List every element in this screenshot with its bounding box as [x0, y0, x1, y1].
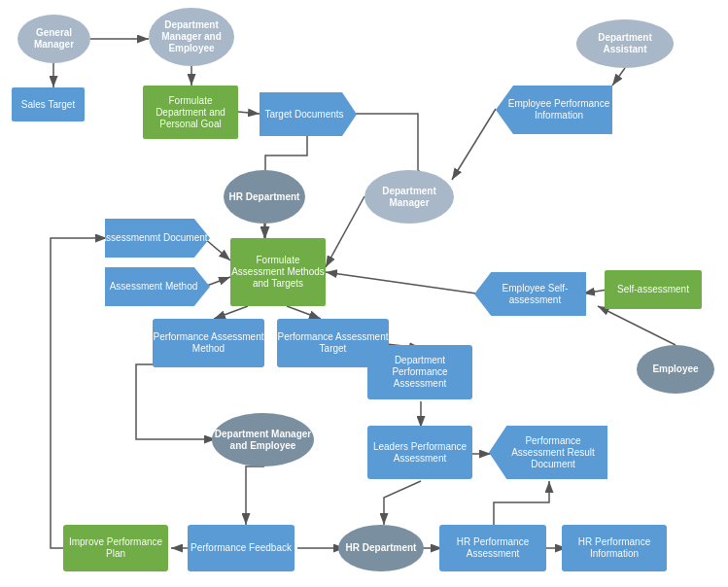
improve-perf-plan-node: Improve Performance Plan — [63, 525, 168, 571]
target-documents-node: Target Documents — [260, 92, 357, 136]
svg-line-11 — [214, 306, 248, 319]
dept-mgr-emp-bottom-node: Department Manager and Employee — [212, 413, 314, 466]
diagram-container: General Manager Department Manager and E… — [0, 0, 728, 587]
formulate-assessment-node: Formulate Assessment Methods and Targets — [230, 238, 326, 306]
hr-dept-bottom-node: HR Department — [338, 525, 424, 571]
svg-line-12 — [287, 306, 321, 319]
employee-node: Employee — [637, 345, 714, 394]
leaders-perf-assess-node: Leaders Performance Assessment — [367, 426, 472, 479]
emp-perf-info-node: Employee Performance Information — [496, 86, 612, 134]
svg-line-4 — [238, 112, 260, 114]
dept-assistant-node: Department Assistant — [576, 19, 674, 68]
perf-assess-result-node: Performance Assessment Result Document — [489, 426, 607, 479]
svg-line-14 — [598, 306, 676, 345]
dept-mgr-mid-node: Department Manager — [364, 170, 454, 224]
svg-line-5 — [612, 68, 625, 86]
dept-mgr-emp-top-node: Department Manager and Employee — [149, 8, 234, 66]
svg-line-9 — [204, 238, 230, 260]
dept-perf-assess-node: Department Performance Assessment — [367, 345, 472, 399]
general-manager-node: General Manager — [17, 15, 90, 63]
svg-line-7 — [326, 196, 364, 267]
self-assessment-node: Self-assessment — [605, 270, 702, 309]
formulate-dept-goal-node: Formulate Department and Personal Goal — [143, 86, 238, 139]
sales-target-node: Sales Target — [12, 87, 85, 121]
perf-feedback-node: Performance Feedback — [188, 525, 295, 571]
hr-perf-info-node: HR Performance Information — [562, 525, 667, 571]
assessment-method-node: Assessment Method — [105, 267, 210, 306]
hr-perf-assess-node: HR Performance Assessment — [439, 525, 546, 571]
assessment-doc-node: Assessmenmt Document — [105, 219, 210, 258]
hr-dept-top-node: HR Department — [224, 170, 305, 224]
emp-self-assessment-node: Employee Self-assessment — [474, 272, 586, 316]
perf-assess-method-node: Performance Assessment Method — [153, 319, 264, 367]
svg-line-6 — [452, 109, 496, 180]
svg-line-15 — [326, 272, 476, 294]
